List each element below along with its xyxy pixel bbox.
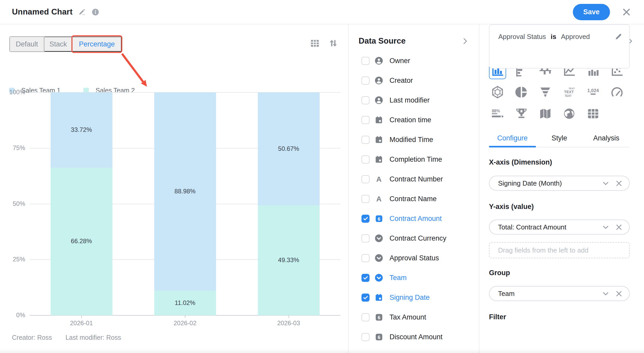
field-row-completion-time[interactable]: Completion Time [349,150,479,169]
svg-text:TEXT: TEXT [564,90,574,94]
field-row-contract-number[interactable]: AContract Number [349,169,479,189]
chart-type-radar-icon[interactable] [489,84,506,101]
view-tab-stack[interactable]: Stack [44,37,72,52]
group-field-select[interactable]: Team [489,286,630,301]
select-field-icon [374,273,383,282]
field-row-tax-amount[interactable]: 6Tax Amount [349,307,479,327]
checkbox-contract-number[interactable] [361,175,370,183]
field-label: Approval Status [390,254,439,262]
checkbox-owner[interactable] [361,57,370,65]
field-label: Contract Number [390,175,443,183]
chart-type-globe-icon[interactable] [561,105,578,122]
field-label: Owner [390,57,410,65]
field-row-discount-amount[interactable]: 6Discount Amount [349,327,479,347]
filter-value: Approved [561,33,590,41]
tab-style[interactable]: Style [536,129,583,147]
chart-view-tabs: DefaultStackPercentage [9,36,122,52]
checkbox-completion-time[interactable] [361,155,370,164]
field-label: Modified Time [390,136,433,144]
bar-value-label: 50.67% [263,145,315,152]
y-axis-field-select[interactable]: Total: Contract Amount [489,220,630,235]
checkbox-tax-amount[interactable] [361,313,370,321]
edit-title-icon[interactable] [78,8,86,16]
chart-type-map-icon[interactable] [537,105,554,122]
group-section-label: Group [489,269,630,277]
field-label: Completion Time [390,155,442,164]
close-icon[interactable] [621,6,632,18]
checkbox-discount-amount[interactable] [361,333,370,341]
checkbox-team[interactable] [361,274,370,282]
checkbox-modified-time[interactable] [361,136,370,144]
chart-type-table-icon[interactable] [585,105,602,122]
bar-value-label: 49.33% [263,256,315,264]
field-row-contract-name[interactable]: AContract Name [349,189,479,209]
collapse-data-source-icon[interactable] [461,37,469,45]
calendar-field-icon [374,293,383,302]
chart-type-trophy-icon[interactable] [513,105,530,122]
chevron-down-icon[interactable] [602,290,610,298]
filter-operator: is [551,33,556,41]
table-view-icon[interactable] [310,38,320,49]
number-field-icon: 6 [374,313,383,322]
info-icon[interactable] [91,8,99,16]
svg-text:6: 6 [378,216,380,221]
chevron-down-icon[interactable] [602,179,610,187]
field-row-contract-currency[interactable]: Contract Currency [349,228,479,248]
chart-preview-panel: DefaultStackPercentage Sales Team 1Sales… [0,24,348,353]
chart-type-word-cloud-icon[interactable]: TEXTTEXTTEXT [561,84,578,101]
view-tab-percentage[interactable]: Percentage [72,37,122,52]
y-tick-label: 25% [4,256,25,263]
clear-field-icon[interactable] [615,179,623,187]
field-row-approval-status[interactable]: Approval Status [349,248,479,268]
x-axis-field-select[interactable]: Signing Date (Month) [489,176,630,191]
chart-type-grid: TEXTTEXTTEXT1,02488% [489,62,630,122]
x-axis-tick [81,316,82,318]
number-field-icon: 6 [374,332,383,341]
tab-analysis[interactable]: Analysis [583,129,630,147]
field-row-owner[interactable]: Owner [349,51,479,71]
checkbox-contract-amount[interactable] [361,215,370,223]
checkbox-approval-status[interactable] [361,254,370,262]
data-source-title: Data Source [359,36,406,46]
y-axis-dropzone[interactable]: Drag fields from the left to add [489,242,630,258]
checkbox-creation-time[interactable] [361,116,370,124]
view-tab-default[interactable]: Default [10,37,44,52]
checkbox-signing-date[interactable] [361,294,370,302]
checkbox-last-modifier[interactable] [361,96,370,104]
field-row-signing-date[interactable]: Signing Date [349,288,479,307]
chevron-down-icon[interactable] [602,223,610,231]
clear-field-icon[interactable] [615,223,623,231]
field-label: Creator [390,77,413,85]
creator-text: Creator: Ross [12,334,52,341]
calendar-field-icon [374,135,383,144]
y-tick-label: 75% [4,144,25,152]
save-button[interactable]: Save [573,4,610,20]
text-field-icon: A [374,194,383,203]
field-row-modified-time[interactable]: Modified Time [349,130,479,150]
person-field-icon [374,56,383,65]
chart-type-progress-icon[interactable]: 88% [489,105,506,122]
chart-config-panel: Chart TEXTTEXTTEXT1,02488% ConfigureStyl… [479,24,644,353]
field-row-contract-amount[interactable]: 6Contract Amount [349,209,479,228]
tab-configure[interactable]: Configure [489,129,536,147]
chart-type-pie-icon[interactable] [513,84,530,101]
checkbox-contract-name[interactable] [361,195,370,203]
dropzone-placeholder: Drag fields from the left to add [498,246,588,254]
checkbox-creator[interactable] [361,77,370,85]
chart-type-gauge-icon[interactable] [608,84,626,101]
svg-text:A: A [376,175,381,183]
svg-text:6: 6 [378,315,380,320]
field-row-creation-time[interactable]: Creation time [349,110,479,130]
bar-value-label: 88.98% [159,188,211,195]
clear-field-icon[interactable] [615,290,623,298]
checkbox-contract-currency[interactable] [361,234,370,242]
field-row-last-modifier[interactable]: Last modifier [349,90,479,110]
chart-type-funnel-icon[interactable] [537,84,554,101]
chart-type-number-icon[interactable]: 1,024 [585,84,602,101]
edit-filter-icon[interactable] [614,33,622,41]
field-row-creator[interactable]: Creator [349,71,479,90]
field-list: OwnerCreatorLast modifierCreation timeMo… [349,51,479,347]
sort-icon[interactable] [328,38,339,49]
calendar-field-icon [374,116,383,124]
field-row-team[interactable]: Team [349,268,479,288]
